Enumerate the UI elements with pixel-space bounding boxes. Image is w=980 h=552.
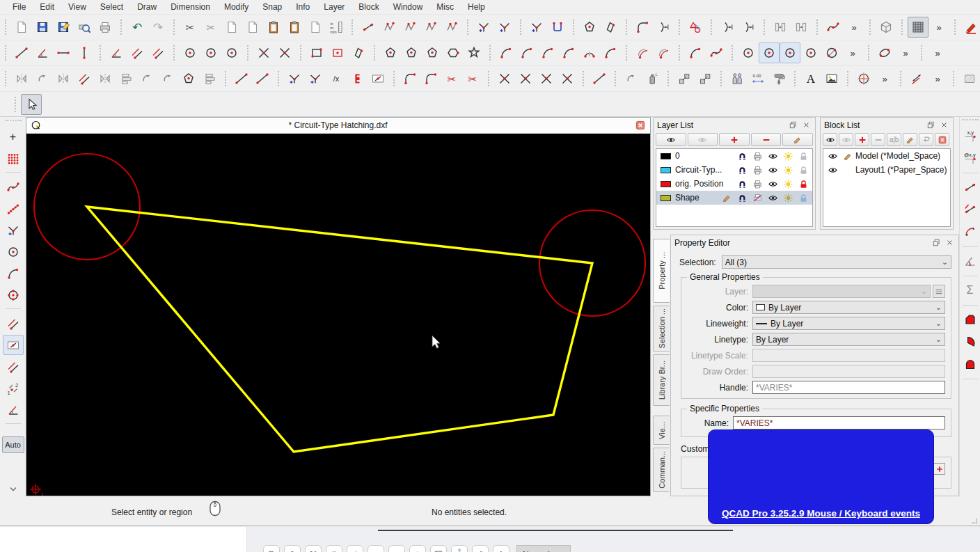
tab-comman[interactable]: Comman... — [653, 448, 670, 492]
measure-distance-entity-point[interactable] — [961, 200, 979, 219]
layer-list-menu-button[interactable] — [933, 285, 945, 298]
spline-edit[interactable] — [823, 17, 844, 38]
connect-entities[interactable] — [738, 17, 759, 38]
toolbar-grip[interactable] — [794, 71, 797, 86]
dimension[interactable] — [906, 68, 927, 89]
more-view-tools[interactable]: » — [928, 17, 949, 38]
paste-with-reference[interactable] — [284, 17, 305, 38]
hide-all-layers[interactable] — [688, 133, 718, 146]
menu-help[interactable]: Help — [461, 0, 492, 14]
tab-selection[interactable]: Selection ... — [653, 306, 670, 352]
layer-print-icon[interactable] — [750, 165, 765, 175]
toolbar-grip[interactable] — [732, 45, 734, 61]
linetype-combo[interactable]: By Layer ⌄ — [752, 333, 945, 346]
remove-layer[interactable] — [751, 133, 782, 146]
new-document[interactable] — [11, 17, 32, 38]
layer-combo[interactable]: ⌄ — [752, 285, 931, 298]
layer-brightness-icon[interactable] — [780, 179, 796, 189]
convert-entities[interactable] — [685, 17, 706, 38]
menu-file[interactable]: File — [6, 0, 33, 14]
blockquote-button[interactable]: “ — [326, 545, 342, 552]
remove-block[interactable] — [871, 133, 885, 146]
toolbar-grip[interactable] — [626, 45, 629, 61]
line-angle[interactable] — [32, 42, 53, 63]
more-edit-tools[interactable]: » — [844, 17, 864, 38]
trim[interactable] — [284, 68, 305, 89]
toolbar-grip[interactable] — [847, 71, 850, 86]
toolbar-grip[interactable] — [679, 19, 681, 35]
bullet-list-button[interactable]: ≡ — [368, 545, 384, 552]
line-horizontal[interactable] — [53, 42, 74, 63]
menu-view[interactable]: View — [61, 0, 93, 14]
insert-image[interactable] — [821, 68, 842, 89]
equal-size[interactable] — [791, 17, 812, 38]
measure-area-polygon[interactable] — [961, 310, 979, 329]
rotate-two-centers[interactable] — [136, 68, 157, 89]
toolbar-grip[interactable] — [720, 71, 723, 86]
flip-horizontal[interactable] — [53, 68, 74, 89]
break-out-gap-1[interactable] — [494, 68, 515, 89]
arc-center-point-angles[interactable] — [496, 42, 516, 63]
snap-distance[interactable] — [3, 356, 24, 377]
toolbar-grip[interactable] — [868, 45, 871, 61]
coordinate-relative[interactable]: @x,y — [961, 148, 979, 168]
move-rotate[interactable] — [157, 68, 178, 89]
arc-tangent-2[interactable] — [706, 42, 727, 63]
toolbar-grip[interactable] — [583, 71, 585, 86]
layer-brightness-icon[interactable] — [780, 193, 796, 203]
toolbar-grip[interactable] — [921, 45, 924, 61]
block-list-float-button[interactable] — [925, 120, 936, 131]
line-2-points[interactable] — [11, 42, 32, 63]
menu-snap[interactable]: Snap — [255, 0, 289, 14]
popup-link[interactable]: QCAD Pro 3.25.2.9 Mouse / Keyboard event… — [709, 508, 933, 519]
measure-area-arc[interactable] — [961, 332, 979, 352]
hatch[interactable] — [959, 68, 980, 89]
edit-length[interactable] — [589, 68, 610, 89]
more-circle-tools[interactable]: » — [842, 42, 863, 63]
split-entities[interactable] — [420, 17, 441, 38]
line-parallel[interactable] — [127, 42, 148, 63]
join-entities[interactable] — [717, 17, 738, 38]
toolbar-grip[interactable] — [374, 45, 377, 61]
name-input[interactable]: *VARIES* — [733, 416, 945, 429]
snap-tangent[interactable] — [3, 242, 24, 262]
toolbar-grip[interactable] — [488, 71, 491, 86]
copy[interactable] — [221, 17, 242, 38]
layer-edit-icon[interactable] — [719, 193, 734, 203]
edit-layer[interactable] — [782, 133, 813, 146]
toolbar-grip[interactable] — [679, 45, 681, 61]
multi-offset[interactable] — [116, 68, 136, 89]
auto-trim[interactable] — [400, 17, 420, 38]
add-custom-property-button[interactable] — [933, 463, 945, 475]
layer-snap-icon[interactable] — [734, 193, 750, 203]
toolbar-grip[interactable] — [954, 19, 957, 35]
block-list-close-button[interactable] — [938, 120, 949, 131]
snap-perpendicular[interactable] — [3, 220, 24, 240]
point[interactable] — [853, 68, 874, 89]
break-out-gap-3[interactable] — [536, 68, 557, 89]
snap-on-entity[interactable] — [3, 198, 24, 219]
circle-2-points[interactable] — [821, 42, 842, 63]
layer-brightness-icon[interactable] — [780, 151, 796, 161]
round-all-corners[interactable] — [632, 17, 653, 38]
more-snap-tools[interactable] — [3, 478, 24, 498]
measure-angle[interactable] — [961, 251, 979, 271]
hide-all-blocks[interactable] — [839, 133, 853, 146]
copy-with-reference[interactable] — [242, 17, 263, 38]
trim-both[interactable] — [305, 68, 326, 89]
color-combo[interactable]: By Layer ⌄ — [752, 301, 945, 314]
close-block-editor[interactable] — [935, 133, 949, 146]
property-editor-close-button[interactable] — [944, 237, 955, 249]
lineweight-combo[interactable]: By Layer ⌄ — [752, 317, 945, 330]
toolbar-grip[interactable] — [247, 45, 250, 61]
coordinate-absolute[interactable]: x,y — [961, 126, 979, 145]
print[interactable] — [95, 17, 116, 38]
toolbar-grip[interactable] — [5, 120, 22, 123]
block-row-model-model-space-[interactable]: Model (*Model_Space) — [823, 149, 950, 163]
drawing-unit[interactable]: inmmm — [326, 17, 347, 38]
layer-lock-icon[interactable] — [796, 193, 811, 203]
toolbar-grip[interactable] — [869, 19, 872, 35]
menu-edit[interactable]: Edit — [33, 0, 61, 14]
toolbar-grip[interactable] — [5, 71, 8, 86]
ellipse-center-points[interactable] — [874, 42, 895, 63]
